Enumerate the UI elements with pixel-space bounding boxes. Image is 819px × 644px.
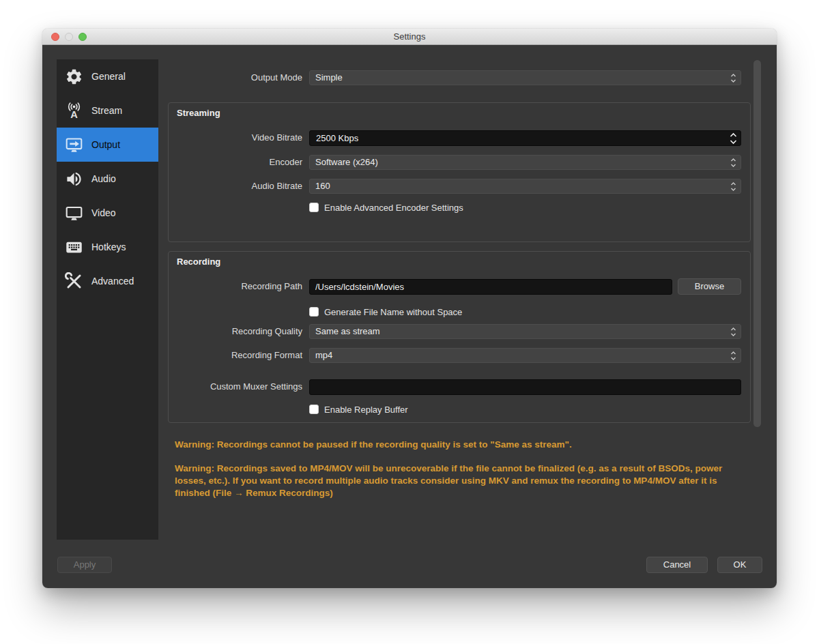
spinbox-arrows-icon[interactable]: [730, 132, 737, 149]
speaker-icon: [63, 169, 84, 189]
dropdown-chevrons-icon: [730, 181, 736, 196]
recording-format-value: mp4: [315, 350, 332, 360]
recording-format-select[interactable]: mp4: [309, 348, 741, 363]
settings-sidebar: General A Stream: [57, 59, 158, 540]
ok-button[interactable]: OK: [717, 557, 762, 573]
close-button[interactable]: [51, 33, 59, 41]
output-mode-value: Simple: [315, 72, 343, 83]
encoder-label: Encoder: [179, 155, 302, 170]
tools-icon: [63, 271, 84, 291]
broadcast-icon: A: [63, 100, 84, 121]
sidebar-item-advanced[interactable]: Advanced: [57, 264, 158, 298]
warning-pause-text: Warning: Recordings cannot be paused if …: [175, 439, 748, 451]
recording-quality-value: Same as stream: [315, 326, 380, 336]
warning-mp4-text: Warning: Recordings saved to MP4/MOV wil…: [175, 463, 748, 499]
custom-muxer-label: Custom Muxer Settings: [179, 379, 302, 394]
recording-path-label: Recording Path: [179, 279, 302, 294]
settings-content: General A Stream: [42, 45, 777, 588]
sidebar-item-label: Audio: [91, 173, 116, 184]
gear-icon: [63, 66, 84, 87]
enable-replay-buffer-label: Enable Replay Buffer: [324, 405, 408, 415]
title-bar: Settings: [42, 29, 777, 45]
output-icon: [63, 134, 84, 155]
generate-filename-checkbox-row[interactable]: Generate File Name without Space: [309, 306, 462, 317]
checkbox-unchecked-icon[interactable]: [309, 405, 319, 414]
keyboard-icon: [63, 237, 84, 257]
encoder-select[interactable]: Software (x264): [309, 155, 741, 170]
window-title: Settings: [42, 29, 777, 45]
enable-replay-buffer-checkbox-row[interactable]: Enable Replay Buffer: [309, 404, 408, 415]
monitor-icon: [63, 203, 84, 223]
settings-window: Settings General: [42, 29, 777, 588]
sidebar-item-output[interactable]: Output: [57, 128, 158, 162]
dropdown-chevrons-icon: [730, 327, 736, 341]
output-mode-label: Output Mode: [179, 70, 302, 85]
dropdown-chevrons-icon: [730, 351, 736, 365]
encoder-value: Software (x264): [315, 157, 378, 167]
dropdown-chevrons-icon: [730, 73, 736, 87]
sidebar-item-label: Stream: [91, 105, 122, 116]
svg-text:A: A: [70, 108, 78, 119]
sidebar-item-label: Video: [91, 207, 116, 218]
cancel-button[interactable]: Cancel: [646, 557, 708, 573]
video-bitrate-input[interactable]: 2500 Kbps: [309, 130, 741, 146]
enable-advanced-encoder-label: Enable Advanced Encoder Settings: [324, 203, 463, 213]
streaming-group-title: Streaming: [177, 108, 220, 118]
streaming-group: Streaming: [168, 102, 751, 242]
recording-group-title: Recording: [177, 257, 220, 267]
sidebar-item-label: Hotkeys: [91, 241, 126, 252]
recording-path-input[interactable]: [309, 279, 672, 295]
sidebar-item-label: General: [91, 71, 126, 82]
apply-button[interactable]: Apply: [57, 557, 112, 573]
audio-bitrate-label: Audio Bitrate: [179, 179, 302, 194]
generate-filename-label: Generate File Name without Space: [324, 307, 462, 317]
video-bitrate-label: Video Bitrate: [179, 130, 302, 145]
browse-button[interactable]: Browse: [678, 278, 741, 295]
scrollbar-thumb[interactable]: [753, 60, 761, 427]
zoom-button[interactable]: [78, 33, 87, 41]
sidebar-item-hotkeys[interactable]: Hotkeys: [57, 230, 158, 264]
traffic-lights: [51, 33, 87, 41]
audio-bitrate-value: 160: [315, 181, 330, 191]
dropdown-chevrons-icon: [730, 158, 736, 172]
audio-bitrate-select[interactable]: 160: [309, 179, 741, 194]
video-bitrate-value: 2500 Kbps: [316, 133, 358, 143]
checkbox-unchecked-icon[interactable]: [309, 307, 319, 317]
checkbox-unchecked-icon[interactable]: [309, 203, 319, 212]
enable-advanced-encoder-checkbox-row[interactable]: Enable Advanced Encoder Settings: [309, 202, 463, 213]
desktop-background: Settings General: [0, 0, 819, 644]
sidebar-item-audio[interactable]: Audio: [57, 162, 158, 196]
output-mode-select[interactable]: Simple: [309, 70, 741, 85]
recording-format-label: Recording Format: [179, 348, 302, 363]
sidebar-item-label: Output: [91, 139, 120, 150]
recording-quality-label: Recording Quality: [179, 324, 302, 339]
custom-muxer-input[interactable]: [309, 379, 741, 395]
sidebar-item-general[interactable]: General: [57, 59, 158, 93]
minimize-button[interactable]: [65, 33, 73, 41]
sidebar-item-video[interactable]: Video: [57, 196, 158, 230]
recording-quality-select[interactable]: Same as stream: [309, 324, 741, 339]
sidebar-item-stream[interactable]: A Stream: [57, 93, 158, 128]
sidebar-item-label: Advanced: [91, 276, 134, 287]
